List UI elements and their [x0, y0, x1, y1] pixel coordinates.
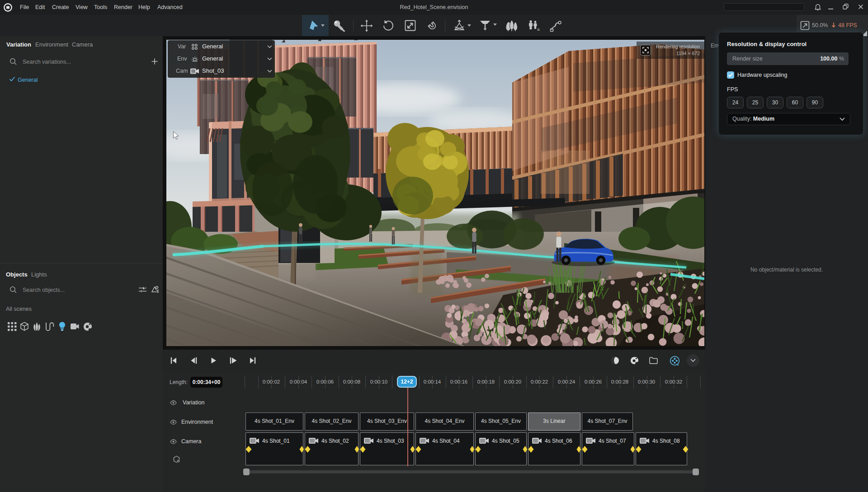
svg-text:a: a — [538, 27, 540, 32]
